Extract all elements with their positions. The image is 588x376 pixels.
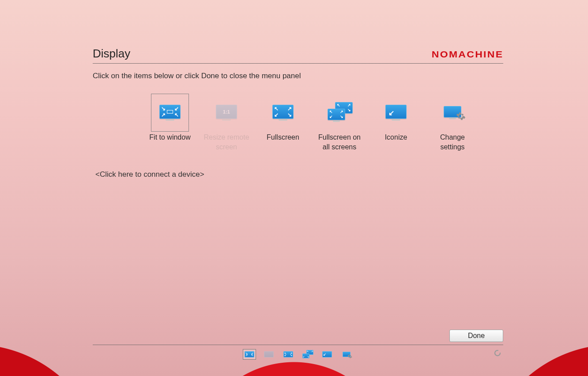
- option-label: Fit to window: [149, 133, 190, 142]
- display-panel: Display NOMACHINE Click on the items bel…: [93, 47, 503, 359]
- option-label: Fullscreen on all screens: [315, 133, 364, 152]
- option-fullscreen-all-screens[interactable]: ↖↗ ↙↘ ↖↗ ↙↘ Fullscreen on all screens: [315, 94, 364, 152]
- panel-title: Display: [93, 47, 130, 61]
- fit-to-window-icon: ↘↙ ↗↖: [151, 94, 189, 132]
- toolbar-fullscreen[interactable]: ↖↗ ↙↘: [282, 349, 294, 359]
- option-iconize[interactable]: ↙ Iconize: [372, 94, 420, 152]
- option-label: Change settings: [428, 133, 477, 152]
- iconize-icon: ↙: [377, 94, 415, 132]
- status-spinner-icon: [494, 349, 501, 357]
- done-button[interactable]: Done: [449, 330, 503, 342]
- toolbar-iconize[interactable]: ↙: [321, 349, 333, 359]
- option-label: Resize remote screen: [202, 133, 251, 152]
- toolbar-fullscreen-all-screens[interactable]: ↖↗ ↙↘: [302, 349, 314, 359]
- option-label: Fullscreen: [267, 133, 299, 142]
- svg-point-0: [495, 350, 500, 356]
- panel-header: Display NOMACHINE: [93, 47, 503, 64]
- toolbar-resize-remote-screen[interactable]: [263, 349, 275, 359]
- change-settings-icon: [433, 94, 471, 132]
- instruction-text: Click on the items below or click Done t…: [93, 72, 503, 80]
- display-options: ↘↙ ↗↖ Fit to window 1:1 Resize r: [146, 94, 503, 152]
- option-label: Iconize: [385, 133, 407, 142]
- connect-device-link[interactable]: <Click here to connect a device>: [95, 170, 204, 179]
- bottom-toolbar: ↘↙ ↗↖ ↖↗ ↙↘ ↖↗ ↙↘: [93, 345, 503, 359]
- fullscreen-all-screens-icon: ↖↗ ↙↘ ↖↗ ↙↘: [320, 94, 358, 132]
- brand-logo: NOMACHINE: [431, 49, 503, 60]
- fullscreen-icon: ↖↗ ↙↘: [264, 94, 302, 132]
- option-fit-to-window[interactable]: ↘↙ ↗↖ Fit to window: [146, 94, 194, 152]
- toolbar-change-settings[interactable]: [340, 349, 353, 359]
- option-change-settings[interactable]: Change settings: [428, 94, 477, 152]
- toolbar-fit-to-window[interactable]: ↘↙ ↗↖: [243, 349, 256, 359]
- resize-remote-screen-icon: 1:1: [207, 94, 245, 132]
- gear-icon: [456, 111, 466, 121]
- panel-footer: Done ↘↙ ↗↖ ↖↗ ↙↘ ↖↗: [93, 330, 503, 359]
- option-resize-remote-screen: 1:1 Resize remote screen: [202, 94, 251, 152]
- option-fullscreen[interactable]: ↖↗ ↙↘ Fullscreen: [259, 94, 307, 152]
